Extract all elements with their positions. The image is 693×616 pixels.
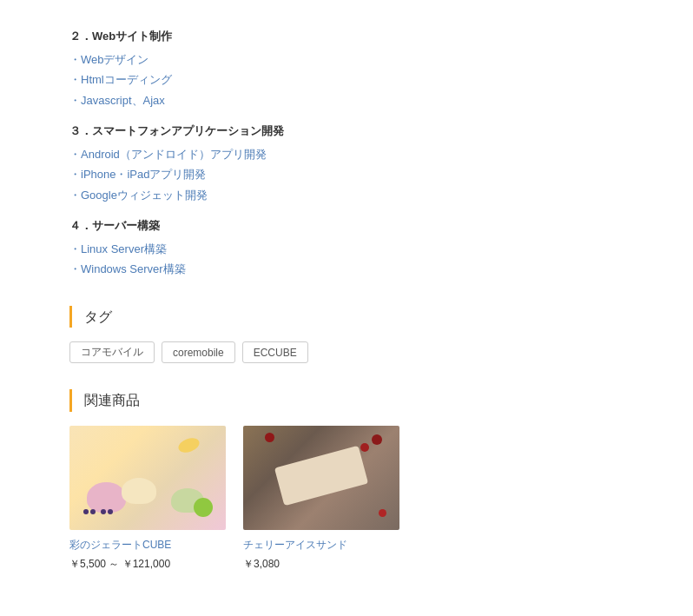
product-name-gelato: 彩のジェラートCUBE <box>69 537 226 553</box>
lime-decoration <box>194 498 213 517</box>
service-item-linux[interactable]: ・Linux Server構築 <box>69 239 624 259</box>
service-item-web-design[interactable]: ・Webデザイン <box>69 50 624 70</box>
service-item-javascript[interactable]: ・Javascript、Ajax <box>69 90 624 110</box>
service-item-windows[interactable]: ・Windows Server構築 <box>69 259 624 279</box>
product-price-gelato: ￥5,500 ～ ￥121,000 <box>69 556 226 573</box>
tag-eccube[interactable]: ECCUBE <box>242 341 308 363</box>
product-image-gelato <box>69 426 226 530</box>
product-image-cherry <box>243 426 399 530</box>
service-section-3: ３．スマートフォンアプリケーション開発 ・Android（アンドロイド）アプリ開… <box>69 123 624 205</box>
page-container: ２．Webサイト制作 ・Webデザイン ・Htmlコーディング ・Javascr… <box>0 0 693 590</box>
service-heading-4: ４．サーバー構築 <box>69 217 624 235</box>
product-card-gelato[interactable]: 彩のジェラートCUBE ￥5,500 ～ ￥121,000 <box>69 426 226 573</box>
service-item-google-widget[interactable]: ・Googleウィジェット開発 <box>69 185 624 205</box>
tags-section: タグ コアモバイル coremobile ECCUBE <box>69 306 624 364</box>
service-item-html[interactable]: ・Htmlコーディング <box>69 70 624 89</box>
related-products-list: 彩のジェラートCUBE ￥5,500 ～ ￥121,000 チェリーアイスサンド <box>69 426 624 573</box>
cherry-decoration-3 <box>265 433 274 442</box>
product-price-cherry: ￥3,080 <box>243 556 399 573</box>
service-section-4: ４．サーバー構築 ・Linux Server構築 ・Windows Server… <box>69 217 624 280</box>
product-name-cherry: チェリーアイスサンド <box>243 537 399 553</box>
gelato-bowl-yellow <box>122 478 156 504</box>
cherry-decoration-4 <box>379 509 386 517</box>
tags-container: コアモバイル coremobile ECCUBE <box>69 341 624 363</box>
service-section-2: ２．Webサイト制作 ・Webデザイン ・Htmlコーディング ・Javascr… <box>69 28 624 110</box>
service-item-iphone[interactable]: ・iPhone・iPadアプリ開発 <box>69 164 624 184</box>
tags-title: タグ <box>69 306 624 328</box>
lemon-decoration <box>176 435 201 455</box>
services-section: ２．Webサイト制作 ・Webデザイン ・Htmlコーディング ・Javascr… <box>69 28 624 280</box>
related-products-section: 関連商品 彩のジェラー <box>69 389 624 573</box>
service-heading-2: ２．Webサイト制作 <box>69 28 624 46</box>
tag-coremobile-en[interactable]: coremobile <box>162 341 235 363</box>
tag-coremobile-jp[interactable]: コアモバイル <box>69 341 155 363</box>
sandwich-wrap <box>274 446 368 506</box>
cherry-decoration-2 <box>360 443 369 452</box>
service-item-android[interactable]: ・Android（アンドロイド）アプリ開発 <box>69 144 624 164</box>
related-title: 関連商品 <box>69 389 624 412</box>
service-heading-3: ３．スマートフォンアプリケーション開発 <box>69 123 624 141</box>
product-card-cherry[interactable]: チェリーアイスサンド ￥3,080 <box>243 426 399 573</box>
blueberry-decoration <box>82 503 114 521</box>
cherry-decoration-1 <box>372 434 382 445</box>
